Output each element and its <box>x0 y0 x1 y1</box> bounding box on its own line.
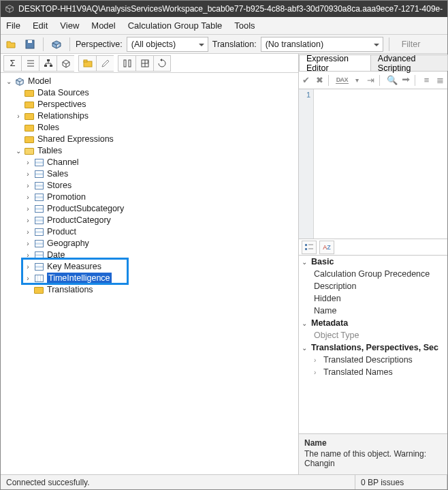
accept-icon[interactable]: ✔ <box>302 75 311 85</box>
tree-table[interactable]: ProductCategory <box>47 215 111 226</box>
svg-rect-21 <box>305 248 307 250</box>
refresh-icon[interactable] <box>153 55 171 72</box>
save-icon[interactable] <box>22 37 37 52</box>
filter-input[interactable]: Filter <box>399 40 423 49</box>
expander-icon[interactable]: › <box>14 110 22 122</box>
dax-format-icon[interactable]: DAX <box>336 76 349 84</box>
menu-file[interactable]: File <box>6 20 20 31</box>
tree-root[interactable]: Model <box>28 76 51 87</box>
prop-translated-descriptions[interactable]: Translated Descriptions <box>323 355 413 365</box>
model-tree[interactable]: ⌄ Model Data Sources Perspectives ›Relat… <box>1 73 298 298</box>
tree-table[interactable]: Sales <box>47 168 68 180</box>
tree-item-sharedexpr[interactable]: Shared Expressions <box>37 134 114 145</box>
folder-icon <box>24 89 35 98</box>
tree-item-relationships[interactable]: Relationships <box>37 110 89 122</box>
tab-expression-editor[interactable]: Expression Editor <box>299 55 371 71</box>
prop-cat-basic[interactable]: Basic <box>311 257 334 266</box>
prop-translated-names[interactable]: Translated Names <box>323 367 393 377</box>
main-toolbar: Perspective: (All objects) Translation: … <box>1 35 447 54</box>
prop-cat-translations[interactable]: Translations, Perspectives, Sec <box>311 343 438 352</box>
expander-icon[interactable]: › <box>24 238 32 249</box>
tree-table[interactable]: Channel <box>47 157 79 168</box>
expander-icon[interactable]: ⌄ <box>5 76 13 87</box>
editor-code[interactable] <box>314 89 447 239</box>
sigma-icon[interactable]: Σ <box>3 55 21 72</box>
table-icon <box>33 158 44 168</box>
separator <box>43 37 44 51</box>
search-icon[interactable]: 🔍 <box>387 75 398 85</box>
status-message: Connected succesfully. <box>1 475 355 489</box>
expander-icon[interactable]: › <box>24 249 32 261</box>
edit-icon[interactable] <box>96 55 114 72</box>
goto-icon[interactable]: ⮕ <box>402 75 411 85</box>
grid-icon[interactable]: x <box>135 55 153 72</box>
expander-icon[interactable]: › <box>24 261 32 273</box>
calcgroup-icon <box>33 274 44 284</box>
translation-value: (No translation) <box>266 40 323 49</box>
deploy-icon[interactable] <box>49 37 64 52</box>
separator <box>389 37 389 51</box>
tree-item-perspectives[interactable]: Perspectives <box>37 99 86 110</box>
properties-grid[interactable]: ⌄Basic Calculation Group Precedence Desc… <box>299 256 447 433</box>
desc-text: The name of this object. Warning: Changi… <box>304 449 442 468</box>
comment-icon[interactable]: ≡ <box>422 75 432 85</box>
folder-icon <box>33 286 44 295</box>
expander-icon[interactable]: › <box>24 168 32 180</box>
tree-item-roles[interactable]: Roles <box>37 122 59 134</box>
perspective-combo[interactable]: (All objects) <box>127 37 208 52</box>
translation-label: Translation: <box>212 40 257 49</box>
tree-table[interactable]: Geography <box>47 238 89 249</box>
tree-table[interactable]: Date <box>47 249 65 261</box>
prop-hidden[interactable]: Hidden <box>314 294 341 303</box>
cube-icon[interactable] <box>57 55 74 72</box>
tree-table[interactable]: Key Measures <box>47 261 101 273</box>
expander-icon[interactable]: › <box>24 273 32 284</box>
folder-icon <box>24 112 35 121</box>
folder-icon <box>24 123 35 133</box>
svg-rect-1 <box>28 40 32 43</box>
expander-icon[interactable]: ⌄ <box>14 145 22 157</box>
expander-icon[interactable]: › <box>24 157 32 168</box>
list-icon[interactable] <box>21 55 39 72</box>
categorized-icon[interactable] <box>302 241 317 254</box>
expression-editor[interactable]: 1 <box>299 89 447 239</box>
expander-icon[interactable]: › <box>24 192 32 203</box>
expander-icon[interactable]: › <box>24 180 32 192</box>
columns-icon[interactable] <box>118 55 135 72</box>
tree-table[interactable]: Product <box>47 226 76 238</box>
svg-text:x: x <box>147 59 149 63</box>
cancel-icon[interactable]: ✖ <box>315 75 325 85</box>
menu-calculation-group-table[interactable]: Calculation Group Table <box>128 20 223 31</box>
translation-combo[interactable]: (No translation) <box>261 37 383 52</box>
prop-cat-metadata[interactable]: Metadata <box>311 318 348 328</box>
table-icon <box>33 239 44 249</box>
menu-edit[interactable]: Edit <box>33 20 48 31</box>
menu-view[interactable]: View <box>60 20 79 31</box>
menu-model[interactable]: Model <box>91 20 115 31</box>
prop-description[interactable]: Description <box>314 281 357 291</box>
tree-item-datasources[interactable]: Data Sources <box>37 87 89 99</box>
app-window: DESKTOP-HH1V9AQ\AnalysisServicesWorkspac… <box>0 0 448 490</box>
hierarchy-icon[interactable] <box>39 55 57 72</box>
status-bar: Connected succesfully. 0 BP issues <box>1 474 447 489</box>
tree-table[interactable]: ProductSubcategory <box>47 203 124 215</box>
expander-icon[interactable]: › <box>24 203 32 215</box>
prop-name[interactable]: Name <box>314 306 336 316</box>
alphabetical-icon[interactable]: AZ <box>319 241 334 254</box>
tree-table[interactable]: Stores <box>47 180 71 192</box>
tree-table[interactable]: Promotion <box>47 192 86 203</box>
prop-cgp[interactable]: Calculation Group Precedence <box>314 269 430 279</box>
tree-item-translations[interactable]: Translations <box>47 284 93 296</box>
tab-advanced-scripting[interactable]: Advanced Scripting <box>370 55 448 71</box>
tree-item-tables[interactable]: Tables <box>37 145 62 157</box>
menu-tools[interactable]: Tools <box>234 20 255 31</box>
uncomment-icon[interactable]: ≣ <box>435 75 445 85</box>
open-icon[interactable] <box>3 37 18 52</box>
indent-icon[interactable]: ⇥ <box>366 75 376 85</box>
prop-objecttype[interactable]: Object Type <box>314 331 359 340</box>
expander-icon[interactable]: › <box>24 226 32 238</box>
folder-icon[interactable] <box>78 55 96 72</box>
separator <box>328 75 331 86</box>
expander-icon[interactable]: › <box>24 215 32 226</box>
tree-table-selected[interactable]: TimeIntelligence <box>47 273 112 284</box>
